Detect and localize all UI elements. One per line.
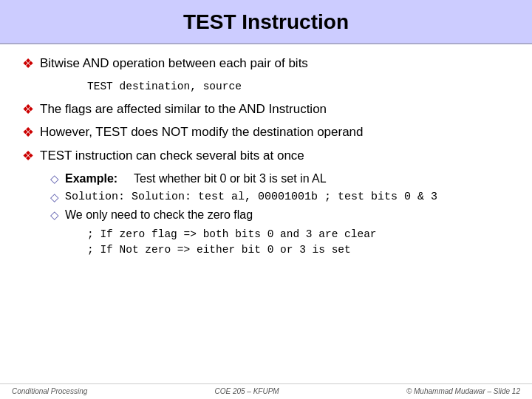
diamond-icon-4: ❖ bbox=[22, 148, 34, 164]
sub-text-1: Example: Test whether bit 0 or bit 3 is … bbox=[65, 171, 327, 187]
sub-text-3: We only need to check the zero flag bbox=[65, 207, 253, 223]
title-text: TEST Instruction bbox=[183, 10, 349, 33]
code-test-text: TEST destination, source bbox=[87, 81, 242, 92]
sub-diamond-2: ◇ bbox=[50, 191, 59, 204]
sub-text-2: Solution: Solution: test al, 00001001b ;… bbox=[65, 189, 437, 205]
sub-diamond-1: ◇ bbox=[50, 172, 59, 185]
footer-center: COE 205 – KFUPM bbox=[214, 387, 279, 395]
bullet-4: ❖ TEST instruction can check several bit… bbox=[22, 147, 510, 165]
bullet-3-text: However, TEST does NOT modify the destin… bbox=[40, 123, 364, 141]
slide-title: TEST Instruction bbox=[0, 0, 532, 44]
example-label: Example: bbox=[65, 172, 117, 185]
bullet-1-text: Bitwise AND operation between each pair … bbox=[40, 55, 308, 72]
slide: TEST Instruction ❖ Bitwise AND operation… bbox=[0, 0, 532, 399]
bullet-3: ❖ However, TEST does NOT modify the dest… bbox=[22, 123, 510, 141]
diamond-icon-1: ❖ bbox=[22, 55, 34, 72]
code-block: ; If zero flag => both bits 0 and 3 are … bbox=[87, 227, 510, 259]
example-rest: Test whether bit 0 or bit 3 is set in AL bbox=[121, 172, 327, 185]
sub-diamond-3: ◇ bbox=[50, 208, 59, 222]
bullet-4-text: TEST instruction can check several bits … bbox=[40, 147, 304, 165]
bullet-2-text: The flags are affected similar to the AN… bbox=[40, 100, 327, 118]
bullet-4-subs: ◇ Example: Test whether bit 0 or bit 3 i… bbox=[50, 171, 510, 259]
footer-left: Conditional Processing bbox=[12, 387, 87, 395]
code-line-test: TEST destination, source bbox=[87, 79, 510, 95]
bullet-2: ❖ The flags are affected similar to the … bbox=[22, 100, 510, 118]
slide-footer: Conditional Processing COE 205 – KFUPM ©… bbox=[0, 383, 532, 399]
bullet-1-subs: TEST destination, source bbox=[50, 78, 510, 96]
code-line-2: ; If Not zero => either bit 0 or 3 is se… bbox=[87, 242, 510, 259]
sub-bullet-1: ◇ Example: Test whether bit 0 or bit 3 i… bbox=[50, 171, 510, 187]
bullet-1: ❖ Bitwise AND operation between each pai… bbox=[22, 55, 510, 72]
diamond-icon-2: ❖ bbox=[22, 101, 34, 117]
code-line-1: ; If zero flag => both bits 0 and 3 are … bbox=[87, 227, 510, 243]
sub-bullet-2: ◇ Solution: Solution: test al, 00001001b… bbox=[50, 189, 510, 205]
sub-bullet-3: ◇ We only need to check the zero flag bbox=[50, 207, 510, 223]
footer-right: © Muhammad Mudawar – Slide 12 bbox=[406, 387, 520, 395]
slide-content: ❖ Bitwise AND operation between each pai… bbox=[0, 44, 532, 383]
solution-code: Solution: test al, 00001001b ; test bits… bbox=[132, 191, 437, 203]
diamond-icon-3: ❖ bbox=[22, 124, 34, 140]
